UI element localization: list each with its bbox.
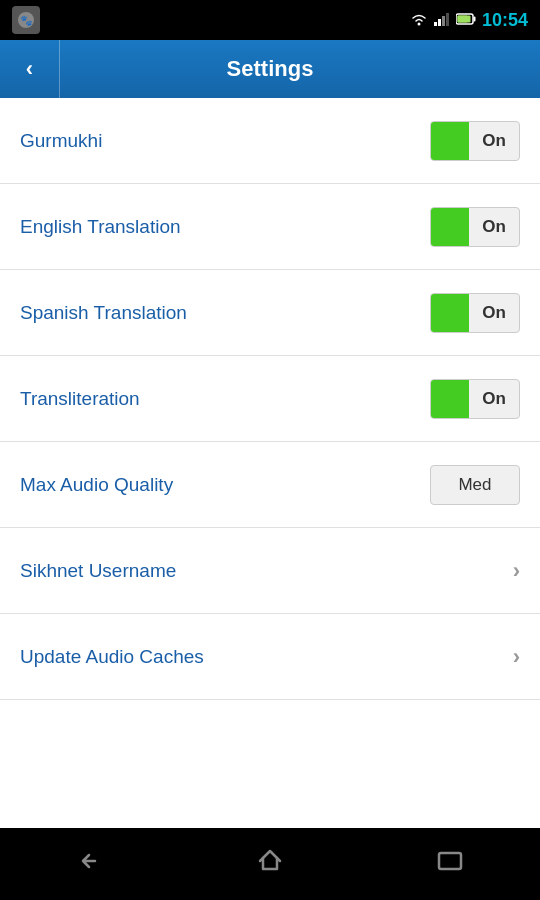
svg-rect-5: [442, 16, 445, 26]
transliteration-toggle-indicator: [431, 380, 469, 418]
status-bar-right: 10:54: [410, 10, 528, 31]
english-translation-toggle[interactable]: On: [430, 207, 520, 247]
english-translation-toggle-value: On: [469, 217, 519, 237]
nav-recents-icon: [435, 849, 465, 880]
svg-rect-3: [434, 22, 437, 26]
back-arrow-icon: ‹: [26, 56, 33, 82]
settings-item-sikhnet-username[interactable]: Sikhnet Username ›: [0, 528, 540, 614]
update-audio-caches-label: Update Audio Caches: [20, 646, 204, 668]
sikhnet-username-chevron-icon: ›: [513, 558, 520, 584]
english-translation-label: English Translation: [20, 216, 181, 238]
gurmukhi-toggle-value: On: [469, 131, 519, 151]
settings-item-max-audio-quality[interactable]: Max Audio Quality Med: [0, 442, 540, 528]
svg-rect-11: [439, 853, 461, 869]
page-title: Settings: [60, 56, 480, 82]
spanish-translation-toggle-value: On: [469, 303, 519, 323]
spanish-translation-label: Spanish Translation: [20, 302, 187, 324]
nav-back-button[interactable]: [55, 839, 125, 890]
status-bar-left: 🐾: [12, 6, 40, 34]
settings-item-update-audio-caches[interactable]: Update Audio Caches ›: [0, 614, 540, 700]
settings-item-transliteration[interactable]: Transliteration On: [0, 356, 540, 442]
settings-list: Gurmukhi On English Translation On Spani…: [0, 98, 540, 700]
gurmukhi-toggle[interactable]: On: [430, 121, 520, 161]
svg-point-2: [417, 22, 420, 25]
svg-rect-4: [438, 19, 441, 26]
spanish-translation-toggle-indicator: [431, 294, 469, 332]
nav-home-icon: [256, 847, 284, 882]
svg-text:🐾: 🐾: [20, 14, 33, 27]
back-button[interactable]: ‹: [0, 40, 60, 98]
status-time: 10:54: [482, 10, 528, 31]
status-bar: 🐾: [0, 0, 540, 40]
settings-item-gurmukhi[interactable]: Gurmukhi On: [0, 98, 540, 184]
spanish-translation-toggle[interactable]: On: [430, 293, 520, 333]
settings-item-spanish-translation[interactable]: Spanish Translation On: [0, 270, 540, 356]
signal-icon: [434, 12, 450, 29]
update-audio-caches-chevron-icon: ›: [513, 644, 520, 670]
nav-recents-button[interactable]: [415, 839, 485, 890]
gurmukhi-toggle-indicator: [431, 122, 469, 160]
svg-rect-8: [473, 16, 475, 21]
max-audio-quality-value: Med: [458, 475, 491, 495]
svg-rect-10: [457, 15, 467, 22]
app-icon: 🐾: [12, 6, 40, 34]
app-header: ‹ Settings: [0, 40, 540, 98]
svg-rect-6: [446, 13, 449, 26]
transliteration-toggle-value: On: [469, 389, 519, 409]
nav-back-icon: [75, 849, 105, 880]
gurmukhi-label: Gurmukhi: [20, 130, 102, 152]
wifi-icon: [410, 12, 428, 29]
settings-item-english-translation[interactable]: English Translation On: [0, 184, 540, 270]
navigation-bar: [0, 828, 540, 900]
nav-home-button[interactable]: [236, 837, 304, 892]
english-translation-toggle-indicator: [431, 208, 469, 246]
sikhnet-username-label: Sikhnet Username: [20, 560, 176, 582]
transliteration-toggle[interactable]: On: [430, 379, 520, 419]
max-audio-quality-button[interactable]: Med: [430, 465, 520, 505]
max-audio-quality-label: Max Audio Quality: [20, 474, 173, 496]
transliteration-label: Transliteration: [20, 388, 140, 410]
battery-icon: [456, 12, 476, 29]
